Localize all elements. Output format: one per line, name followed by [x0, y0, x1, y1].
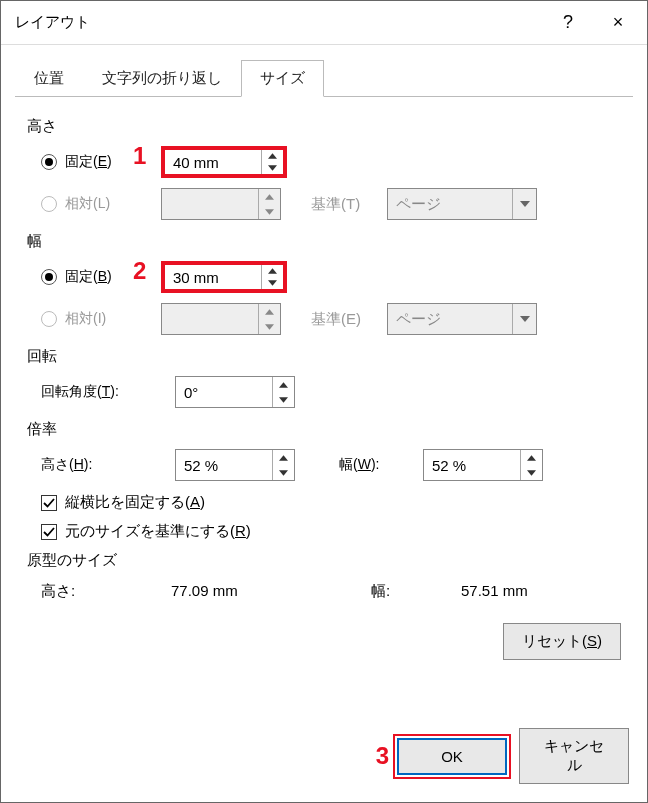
- callout-2: 2: [133, 257, 146, 285]
- radio-icon: [41, 196, 57, 212]
- width-relative-label: 相対(I): [65, 310, 106, 328]
- section-rotation-label: 回転: [27, 347, 621, 366]
- height-fixed-label: 固定(E): [65, 153, 112, 171]
- relative-original-checkbox[interactable]: 元のサイズを基準にする(R): [41, 522, 621, 541]
- spinner-arrows[interactable]: [261, 265, 283, 289]
- chevron-down-icon[interactable]: [262, 277, 283, 289]
- chevron-down-icon: [512, 304, 536, 334]
- chevron-up-icon[interactable]: [273, 450, 294, 465]
- height-base-label: 基準(T): [311, 195, 387, 214]
- chevron-up-icon[interactable]: [521, 450, 542, 465]
- scale-height-spinner[interactable]: [175, 449, 295, 481]
- width-relative-radio: 相対(I): [41, 310, 161, 328]
- rotation-spinner[interactable]: [175, 376, 295, 408]
- spinner-arrows[interactable]: [261, 150, 283, 174]
- chevron-down-icon[interactable]: [521, 465, 542, 480]
- width-base-select: ページ: [387, 303, 537, 335]
- reset-button[interactable]: リセット(S): [503, 623, 621, 660]
- titlebar: レイアウト ? ×: [1, 1, 647, 45]
- chevron-down-icon: [512, 189, 536, 219]
- tab-panel-size: 高さ 固定(E) 1 相対(L) 基準(T) ページ: [1, 97, 647, 714]
- rotation-input[interactable]: [176, 377, 272, 407]
- height-relative-spinner: [161, 188, 281, 220]
- width-base-label: 基準(E): [311, 310, 387, 329]
- chevron-up-icon[interactable]: [262, 265, 283, 277]
- height-fixed-spinner[interactable]: [161, 146, 287, 178]
- scale-height-label: 高さ(H):: [41, 456, 175, 474]
- cancel-button[interactable]: キャンセル: [519, 728, 629, 784]
- tab-strip: 位置 文字列の折り返し サイズ: [15, 59, 633, 97]
- section-original-label: 原型のサイズ: [27, 551, 621, 570]
- dialog-title: レイアウト: [15, 13, 543, 32]
- section-scale-label: 倍率: [27, 420, 621, 439]
- original-width-label: 幅:: [371, 582, 461, 601]
- original-width-value: 57.51 mm: [461, 582, 528, 601]
- lock-aspect-checkbox[interactable]: 縦横比を固定する(A): [41, 493, 621, 512]
- chevron-up-icon[interactable]: [273, 377, 294, 392]
- rotation-label: 回転角度(T):: [41, 383, 175, 401]
- callout-3: 3: [376, 742, 389, 770]
- checkbox-icon: [41, 524, 57, 540]
- width-fixed-spinner[interactable]: [161, 261, 287, 293]
- radio-icon: [41, 311, 57, 327]
- radio-icon: [41, 269, 57, 285]
- help-button[interactable]: ?: [543, 1, 593, 44]
- width-relative-spinner: [161, 303, 281, 335]
- width-fixed-input[interactable]: [165, 265, 261, 289]
- scale-width-spinner[interactable]: [423, 449, 543, 481]
- chevron-down-icon[interactable]: [262, 162, 283, 174]
- original-height-value: 77.09 mm: [171, 582, 371, 601]
- chevron-down-icon[interactable]: [273, 392, 294, 407]
- callout-1: 1: [133, 142, 146, 170]
- width-relative-input: [162, 304, 258, 334]
- scale-width-label: 幅(W):: [339, 456, 423, 474]
- scale-height-input[interactable]: [176, 450, 272, 480]
- width-fixed-label: 固定(B): [65, 268, 112, 286]
- close-button[interactable]: ×: [593, 1, 643, 44]
- tab-position[interactable]: 位置: [15, 60, 83, 97]
- section-height-label: 高さ: [27, 117, 621, 136]
- original-height-label: 高さ:: [41, 582, 171, 601]
- radio-icon: [41, 154, 57, 170]
- scale-width-input[interactable]: [424, 450, 520, 480]
- dialog-footer: 3 OK キャンセル: [1, 714, 647, 802]
- height-base-select: ページ: [387, 188, 537, 220]
- section-width-label: 幅: [27, 232, 621, 251]
- height-relative-input: [162, 189, 258, 219]
- checkbox-icon: [41, 495, 57, 511]
- tab-text-wrap[interactable]: 文字列の折り返し: [83, 60, 241, 97]
- chevron-up-icon[interactable]: [262, 150, 283, 162]
- chevron-down-icon[interactable]: [273, 465, 294, 480]
- tab-size[interactable]: サイズ: [241, 60, 324, 97]
- height-fixed-input[interactable]: [165, 150, 261, 174]
- height-relative-label: 相対(L): [65, 195, 110, 213]
- ok-button[interactable]: OK: [397, 738, 507, 775]
- height-relative-radio: 相対(L): [41, 195, 161, 213]
